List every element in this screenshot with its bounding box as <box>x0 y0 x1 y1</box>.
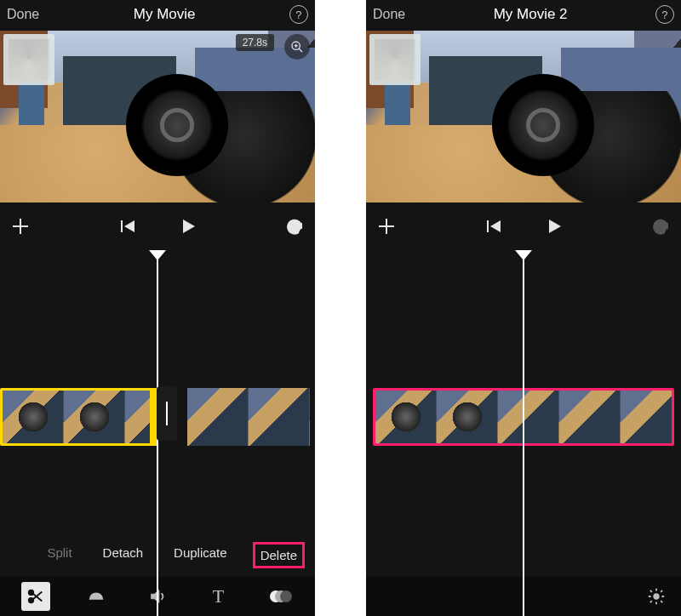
svg-marker-18 <box>549 220 561 233</box>
video-preview[interactable] <box>366 31 681 202</box>
done-button[interactable]: Done <box>7 7 39 22</box>
split-button[interactable]: Split <box>42 542 77 568</box>
duplicate-button[interactable]: Duplicate <box>169 542 232 568</box>
scissors-icon[interactable] <box>21 582 50 611</box>
project-title: My Movie <box>134 6 196 23</box>
trim-handle[interactable] <box>157 386 177 441</box>
clip[interactable] <box>187 388 315 446</box>
svg-marker-8 <box>183 220 195 233</box>
time-badge: 27.8s <box>236 34 274 51</box>
transport-controls <box>0 202 315 250</box>
delete-button[interactable]: Delete <box>253 542 305 568</box>
header: Done My Movie 2 ? <box>366 0 681 29</box>
project-title: My Movie 2 <box>494 6 568 23</box>
preview-area: 27.8s <box>0 31 315 202</box>
magnifier-plus-icon[interactable] <box>284 34 310 60</box>
transport-controls <box>366 202 681 250</box>
svg-rect-6 <box>121 220 123 232</box>
svg-rect-16 <box>487 220 489 232</box>
phone-left: Done My Movie ? 27.8s <box>0 0 315 616</box>
skip-back-icon[interactable] <box>117 216 138 237</box>
selected-clip[interactable] <box>0 388 158 446</box>
timeline[interactable] <box>366 250 681 616</box>
filters-icon[interactable] <box>265 582 294 611</box>
video-preview[interactable] <box>0 31 315 202</box>
playhead[interactable] <box>523 259 524 616</box>
svg-marker-17 <box>490 220 501 232</box>
gear-icon[interactable] <box>642 582 671 611</box>
svg-marker-7 <box>124 220 134 232</box>
svg-point-19 <box>654 594 659 599</box>
help-icon[interactable]: ? <box>289 5 308 24</box>
play-icon[interactable] <box>177 216 197 237</box>
text-tool-icon[interactable]: T <box>204 582 233 611</box>
skip-back-icon[interactable] <box>484 216 504 237</box>
preview-area <box>366 31 681 202</box>
header: Done My Movie ? <box>0 0 315 29</box>
detach-button[interactable]: Detach <box>98 542 149 568</box>
done-button[interactable]: Done <box>373 7 405 22</box>
speedometer-icon[interactable] <box>82 582 111 611</box>
help-icon[interactable]: ? <box>655 5 674 24</box>
play-icon[interactable] <box>543 216 564 237</box>
phone-right: Done My Movie 2 ? <box>366 0 681 616</box>
svg-line-1 <box>299 48 302 52</box>
